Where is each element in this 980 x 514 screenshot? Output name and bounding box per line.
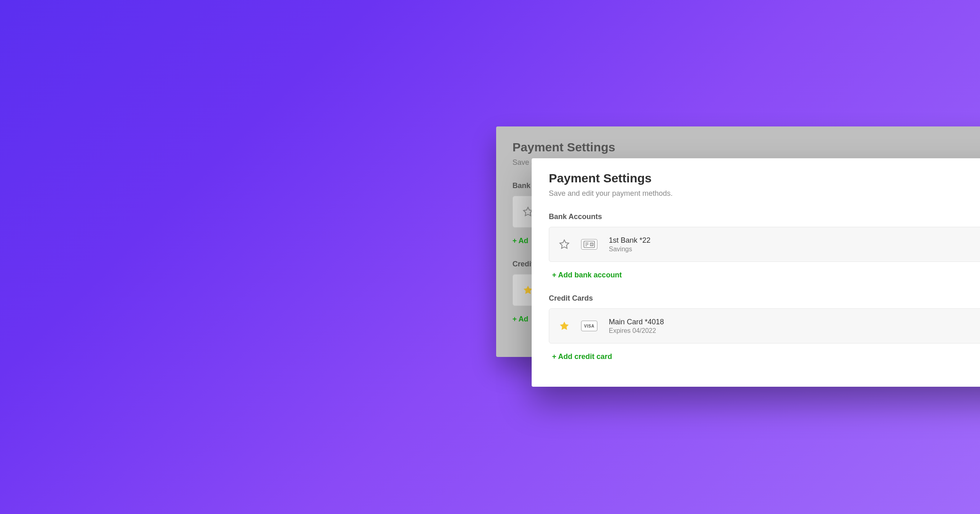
- svg-marker-1: [523, 286, 532, 294]
- credit-card-row[interactable]: VISA Main Card *4018 Expires 04/2022: [549, 308, 980, 343]
- svg-marker-2: [560, 240, 569, 248]
- payment-settings-card: Payment Settings Save and edit your paym…: [532, 158, 980, 387]
- visa-icon: VISA: [581, 321, 597, 331]
- bank-account-title: 1st Bank *22: [609, 236, 650, 245]
- bank-account-texts: 1st Bank *22 Savings: [609, 236, 650, 253]
- cards-section-label: Credit Cards: [549, 294, 980, 303]
- svg-marker-9: [560, 321, 569, 330]
- bank-account-meta: Savings: [609, 246, 650, 253]
- credit-card-meta: Expires 04/2022: [609, 327, 664, 335]
- page-title-back: Payment Settings: [512, 140, 980, 154]
- svg-marker-0: [523, 207, 532, 216]
- bank-section-label: Bank Accounts: [549, 213, 980, 221]
- svg-text:$: $: [591, 243, 592, 246]
- add-credit-card-link[interactable]: + Add credit card: [552, 352, 612, 361]
- page-subtitle: Save and edit your payment methods.: [549, 189, 980, 198]
- star-outline-icon[interactable]: [559, 239, 570, 250]
- star-filled-icon[interactable]: [559, 321, 570, 331]
- bank-account-row[interactable]: $ 1st Bank *22 Savings: [549, 227, 980, 262]
- page-title: Payment Settings: [549, 171, 980, 185]
- check-icon: $: [581, 239, 597, 250]
- add-bank-account-link[interactable]: + Add bank account: [552, 271, 622, 279]
- credit-card-texts: Main Card *4018 Expires 04/2022: [609, 318, 664, 335]
- credit-card-title: Main Card *4018: [609, 318, 664, 326]
